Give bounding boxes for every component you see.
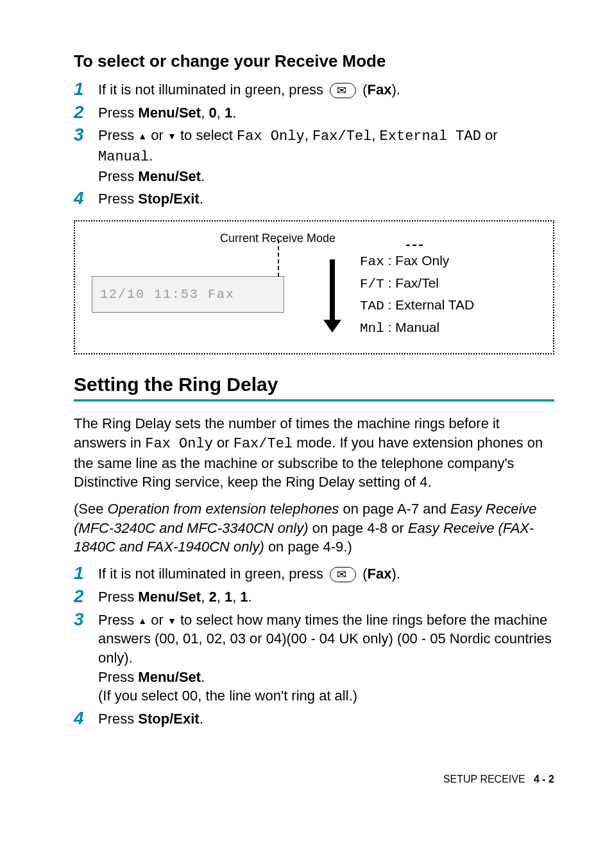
step-text: Press Menu/Set, 2, 1, 1. (98, 587, 554, 607)
footer-label: SETUP RECEIVE (443, 774, 525, 785)
step: 2 Press Menu/Set, 2, 1, 1. (74, 587, 554, 607)
step: 1 If it is not illuminated in green, pre… (74, 564, 554, 584)
page-footer: SETUP RECEIVE 4 - 2 (74, 774, 554, 785)
dashed-vertical-icon (278, 239, 279, 277)
step-number: 1 (74, 80, 98, 98)
step-text: Press ▲ or ▼ to select how many times th… (98, 611, 554, 706)
fax-glyph-icon: ✉ (337, 569, 346, 580)
step: 4 Press Stop/Exit. (74, 189, 554, 209)
step-number: 3 (74, 126, 98, 144)
fax-button-icon: ✉ (330, 567, 356, 582)
dashed-connector-icon (406, 245, 423, 246)
down-arrow-icon (316, 256, 348, 333)
up-triangle-icon: ▲ (138, 616, 147, 626)
down-triangle-icon: ▼ (167, 616, 176, 626)
diagram-label: Current Receive Mode (220, 232, 536, 245)
up-triangle-icon: ▲ (138, 131, 147, 141)
subsection-heading: To select or change your Receive Mode (74, 51, 554, 71)
step-number: 1 (74, 564, 98, 582)
mode-row: Fax : Fax Only (360, 250, 474, 273)
step-text: If it is not illuminated in green, press… (98, 564, 554, 584)
step-text: Press Menu/Set, 0, 1. (98, 103, 554, 123)
step: 1 If it is not illuminated in green, pre… (74, 80, 554, 100)
step-number: 2 (74, 103, 98, 121)
step-number: 4 (74, 189, 98, 207)
section-rule-icon (74, 399, 554, 403)
step: 3 Press ▲ or ▼ to select how many times … (74, 611, 554, 706)
body-paragraph: The Ring Delay sets the number of times … (74, 414, 554, 492)
steps-list-b: 1 If it is not illuminated in green, pre… (74, 564, 554, 729)
step-number: 3 (74, 611, 98, 629)
step-text: Press Stop/Exit. (98, 189, 554, 209)
mode-row: Mnl : Manual (360, 317, 474, 340)
document-page: To select or change your Receive Mode 1 … (0, 0, 612, 824)
step-text: Press Stop/Exit. (98, 709, 554, 729)
mode-legend: Fax : Fax Only F/T : Fax/Tel TAD : Exter… (360, 250, 474, 339)
lcd-display: 12/10 11:53 Fax (92, 276, 284, 313)
step: 2 Press Menu/Set, 0, 1. (74, 103, 554, 123)
body-paragraph: (See Operation from extension telephones… (74, 499, 554, 557)
page-number: 4 - 2 (534, 774, 554, 785)
step: 3 Press ▲ or ▼ to select Fax Only, Fax/T… (74, 126, 554, 186)
step-number: 4 (74, 709, 98, 727)
step-number: 2 (74, 587, 98, 605)
step-text: If it is not illuminated in green, press… (98, 80, 554, 100)
mode-row: F/T : Fax/Tel (360, 273, 474, 295)
down-triangle-icon: ▼ (167, 131, 176, 141)
steps-list-a: 1 If it is not illuminated in green, pre… (74, 80, 554, 209)
step-text: Press ▲ or ▼ to select Fax Only, Fax/Tel… (98, 126, 554, 186)
section-heading: Setting the Ring Delay (74, 374, 554, 395)
fax-glyph-icon: ✉ (337, 85, 346, 96)
step: 4 Press Stop/Exit. (74, 709, 554, 729)
mode-row: TAD : External TAD (360, 295, 474, 317)
receive-mode-diagram: Current Receive Mode 12/10 11:53 Fax Fax… (74, 220, 554, 354)
fax-button-icon: ✉ (330, 83, 356, 98)
